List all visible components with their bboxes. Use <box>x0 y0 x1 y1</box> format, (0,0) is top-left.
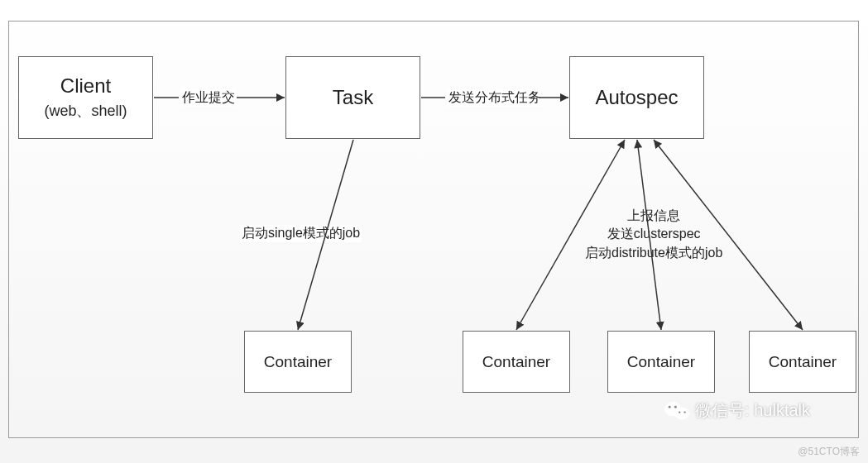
edge-label-start-single: 启动single模式的job <box>240 225 362 242</box>
report-line-3: 启动distribute模式的job <box>585 244 722 262</box>
wechat-icon <box>664 400 690 422</box>
node-container-4: Container <box>749 331 856 393</box>
report-line-1: 上报信息 <box>585 207 722 225</box>
edge-label-send-dist: 发送分布式任务 <box>447 89 543 107</box>
container-2-title: Container <box>482 353 550 371</box>
watermark-prefix: 微信号: <box>695 399 750 422</box>
edge-label-submit: 作业提交 <box>180 89 237 107</box>
svg-point-9 <box>674 408 689 419</box>
task-title: Task <box>333 86 373 109</box>
autospec-title: Autospec <box>595 86 678 109</box>
report-line-2: 发送clusterspec <box>585 225 722 243</box>
svg-point-11 <box>674 405 677 408</box>
node-container-1: Container <box>244 331 352 393</box>
node-container-3: Container <box>607 331 715 393</box>
watermark-id: hulktalk <box>754 401 810 420</box>
node-autospec: Autospec <box>569 56 704 139</box>
client-subtitle: (web、shell) <box>44 101 127 121</box>
node-client: Client (web、shell) <box>18 56 153 139</box>
node-container-2: Container <box>463 331 570 393</box>
edge-label-report: 上报信息 发送clusterspec 启动distribute模式的job <box>583 207 724 262</box>
svg-point-10 <box>668 405 670 408</box>
container-3-title: Container <box>627 353 695 371</box>
watermark: 微信号: hulktalk <box>664 399 810 422</box>
svg-point-13 <box>683 411 685 413</box>
client-title: Client <box>60 74 111 98</box>
blog-watermark: @51CTO博客 <box>798 445 860 459</box>
container-1-title: Container <box>264 353 332 371</box>
node-task: Task <box>285 56 420 139</box>
svg-point-12 <box>679 411 680 413</box>
container-4-title: Container <box>769 353 837 371</box>
